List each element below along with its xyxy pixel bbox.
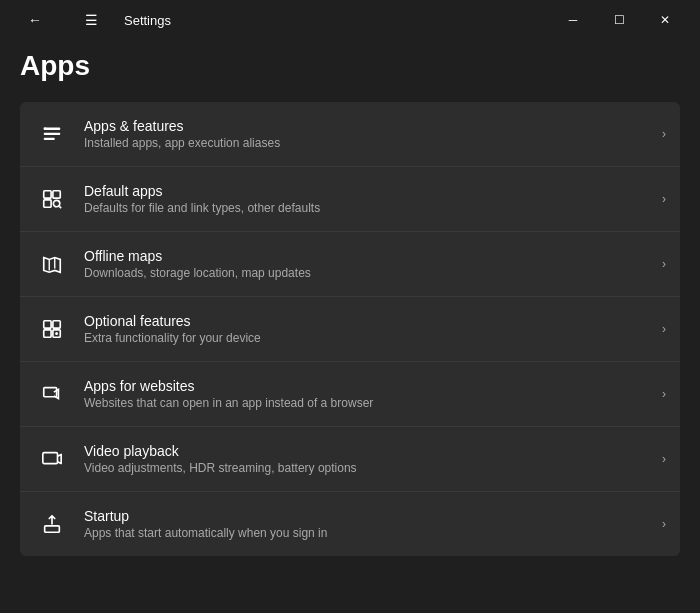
apps-websites-chevron: › <box>662 387 666 401</box>
settings-item-apps-features[interactable]: Apps & features Installed apps, app exec… <box>20 102 680 167</box>
minimize-icon: ─ <box>569 13 578 27</box>
apps-websites-title: Apps for websites <box>84 378 652 394</box>
settings-item-offline-maps[interactable]: Offline maps Downloads, storage location… <box>20 232 680 297</box>
startup-icon <box>34 506 70 542</box>
apps-features-content: Apps & features Installed apps, app exec… <box>84 118 652 150</box>
default-apps-icon <box>34 181 70 217</box>
svg-rect-19 <box>45 526 60 532</box>
settings-item-video-playback[interactable]: Video playback Video adjustments, HDR st… <box>20 427 680 492</box>
video-playback-content: Video playback Video adjustments, HDR st… <box>84 443 652 475</box>
minimize-button[interactable]: ─ <box>550 5 596 35</box>
settings-item-optional-features[interactable]: Optional features Extra functionality fo… <box>20 297 680 362</box>
optional-features-icon <box>34 311 70 347</box>
settings-item-startup[interactable]: Startup Apps that start automatically wh… <box>20 492 680 556</box>
apps-websites-icon <box>34 376 70 412</box>
svg-rect-1 <box>44 133 61 135</box>
offline-maps-chevron: › <box>662 257 666 271</box>
apps-features-subtitle: Installed apps, app execution aliases <box>84 136 652 150</box>
offline-maps-subtitle: Downloads, storage location, map updates <box>84 266 652 280</box>
optional-features-content: Optional features Extra functionality fo… <box>84 313 652 345</box>
svg-line-8 <box>59 206 61 208</box>
window-title: Settings <box>124 13 171 28</box>
default-apps-title: Default apps <box>84 183 652 199</box>
svg-rect-18 <box>43 453 58 464</box>
optional-features-subtitle: Extra functionality for your device <box>84 331 652 345</box>
svg-rect-6 <box>44 200 51 207</box>
back-button[interactable]: ← <box>12 5 58 35</box>
settings-item-apps-websites[interactable]: Apps for websites Websites that can open… <box>20 362 680 427</box>
video-playback-icon <box>34 441 70 477</box>
window-controls: ─ ☐ ✕ <box>550 5 688 35</box>
default-apps-chevron: › <box>662 192 666 206</box>
apps-features-title: Apps & features <box>84 118 652 134</box>
hamburger-icon: ☰ <box>85 12 98 28</box>
menu-button[interactable]: ☰ <box>68 5 114 35</box>
title-bar-left: ← ☰ Settings <box>12 5 171 35</box>
page-header: Apps <box>0 40 700 102</box>
svg-rect-4 <box>44 191 51 198</box>
maximize-icon: ☐ <box>614 13 625 27</box>
apps-features-chevron: › <box>662 127 666 141</box>
startup-content: Startup Apps that start automatically wh… <box>84 508 652 540</box>
svg-rect-11 <box>44 321 51 328</box>
video-playback-subtitle: Video adjustments, HDR streaming, batter… <box>84 461 652 475</box>
apps-features-icon <box>34 116 70 152</box>
svg-rect-2 <box>44 138 55 140</box>
settings-list: Apps & features Installed apps, app exec… <box>0 102 700 556</box>
offline-maps-title: Offline maps <box>84 248 652 264</box>
page-title: Apps <box>20 50 680 82</box>
maximize-button[interactable]: ☐ <box>596 5 642 35</box>
startup-title: Startup <box>84 508 652 524</box>
close-icon: ✕ <box>660 13 670 27</box>
video-playback-chevron: › <box>662 452 666 466</box>
offline-maps-content: Offline maps Downloads, storage location… <box>84 248 652 280</box>
apps-websites-subtitle: Websites that can open in an app instead… <box>84 396 652 410</box>
default-apps-content: Default apps Defaults for file and link … <box>84 183 652 215</box>
back-icon: ← <box>28 12 42 28</box>
apps-websites-content: Apps for websites Websites that can open… <box>84 378 652 410</box>
default-apps-subtitle: Defaults for file and link types, other … <box>84 201 652 215</box>
svg-rect-5 <box>53 191 60 198</box>
startup-subtitle: Apps that start automatically when you s… <box>84 526 652 540</box>
startup-chevron: › <box>662 517 666 531</box>
svg-rect-13 <box>44 330 51 337</box>
svg-rect-12 <box>53 321 60 328</box>
offline-maps-icon <box>34 246 70 282</box>
title-bar: ← ☰ Settings ─ ☐ ✕ <box>0 0 700 40</box>
optional-features-title: Optional features <box>84 313 652 329</box>
settings-item-default-apps[interactable]: Default apps Defaults for file and link … <box>20 167 680 232</box>
close-button[interactable]: ✕ <box>642 5 688 35</box>
svg-point-7 <box>53 200 59 206</box>
optional-features-chevron: › <box>662 322 666 336</box>
video-playback-title: Video playback <box>84 443 652 459</box>
